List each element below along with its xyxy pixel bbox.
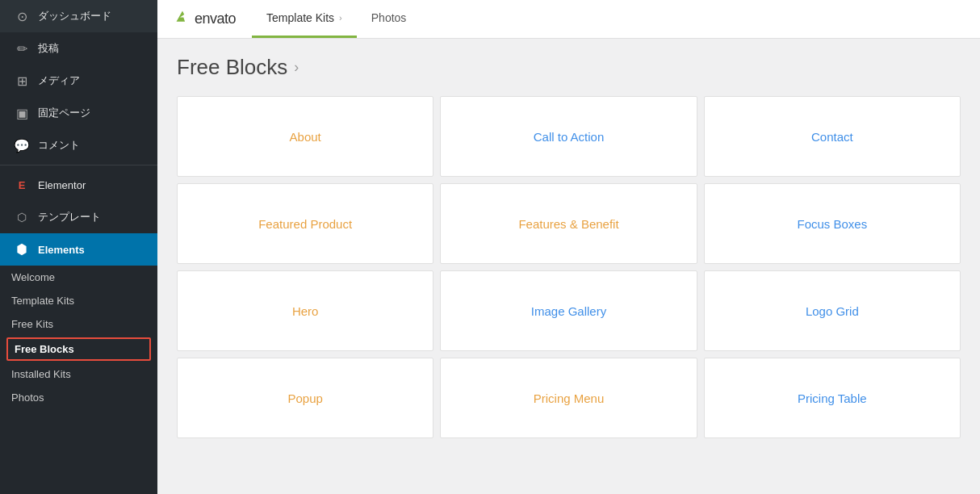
main-content: envato Template Kits › Photos Free Block… [157,0,980,494]
block-label-pricing-table: Pricing Table [798,391,867,405]
block-card-popup[interactable]: Popup [177,358,433,438]
block-card-features-benefit[interactable]: Features & Benefit [440,183,697,264]
envato-logo: envato [157,0,252,38]
page-title-arrow: › [294,59,299,76]
block-label-popup: Popup [287,391,322,405]
sidebar-item-elementor[interactable]: E Elementor [0,169,157,201]
tab-template-kits-label: Template Kits [266,11,334,24]
elementor-icon: E [14,177,30,193]
block-label-featured-product: Featured Product [258,217,352,231]
sidebar-item-media-label: メディア [38,73,80,88]
sidebar-sub-section: Welcome Template Kits Free Kits Free Blo… [0,266,157,409]
block-label-contact: Contact [811,130,853,144]
block-card-pricing-table[interactable]: Pricing Table [704,358,961,438]
sidebar-item-template-label: テンプレート [38,210,101,224]
sidebar-item-elementor-label: Elementor [38,179,86,191]
sidebar-item-posts[interactable]: ✏ 投稿 [0,32,157,65]
tab-template-kits[interactable]: Template Kits › [252,0,357,38]
sidebar-sub-template-kits[interactable]: Template Kits [0,289,157,312]
page-header: Free Blocks › [177,55,961,80]
content-area: Free Blocks › About Call to Action Conta… [157,39,980,494]
posts-icon: ✏ [14,40,30,57]
sidebar-item-pages-label: 固定ページ [38,106,90,120]
sidebar-sub-free-blocks[interactable]: Free Blocks [6,337,151,361]
sidebar-divider-1 [0,165,157,165]
block-card-logo-grid[interactable]: Logo Grid [704,270,961,351]
pages-icon: ▣ [14,105,30,121]
tab-template-kits-arrow: › [339,13,342,23]
page-title: Free Blocks [177,55,287,80]
comments-icon: 💬 [14,137,30,153]
sidebar-sub-welcome[interactable]: Welcome [0,266,157,289]
block-label-features-benefit: Features & Benefit [518,217,618,231]
sidebar-item-elements[interactable]: Elements [0,233,157,266]
block-label-logo-grid: Logo Grid [806,304,859,318]
sidebar-item-posts-label: 投稿 [38,41,59,56]
block-card-image-gallery[interactable]: Image Gallery [440,270,697,351]
block-card-hero[interactable]: Hero [177,270,433,351]
sidebar-sub-photos[interactable]: Photos [0,386,157,409]
top-nav: envato Template Kits › Photos [157,0,980,39]
block-label-about: About [290,130,321,144]
sidebar: ⊙ ダッシュボード ✏ 投稿 ⊞ メディア ▣ 固定ページ 💬 コメント E E… [0,0,157,494]
block-card-featured-product[interactable]: Featured Product [177,183,433,264]
block-label-pricing-menu: Pricing Menu [534,391,605,405]
sidebar-sub-installed-kits[interactable]: Installed Kits [0,362,157,386]
sidebar-item-dashboard[interactable]: ⊙ ダッシュボード [0,0,157,32]
sidebar-item-elements-label: Elements [38,244,85,256]
elements-icon [14,241,30,257]
media-icon: ⊞ [14,73,30,89]
sidebar-item-pages[interactable]: ▣ 固定ページ [0,97,157,129]
block-card-focus-boxes[interactable]: Focus Boxes [704,183,961,264]
block-label-image-gallery: Image Gallery [531,304,606,318]
sidebar-item-media[interactable]: ⊞ メディア [0,65,157,97]
block-label-focus-boxes: Focus Boxes [797,217,867,231]
sidebar-item-dashboard-label: ダッシュボード [38,9,111,23]
block-card-pricing-menu[interactable]: Pricing Menu [440,358,697,438]
block-card-contact[interactable]: Contact [704,96,961,177]
block-label-call-to-action: Call to Action [534,130,605,144]
sidebar-item-template[interactable]: ⬡ テンプレート [0,201,157,233]
sidebar-sub-free-kits[interactable]: Free Kits [0,312,157,336]
envato-logo-text: envato [195,10,236,27]
dashboard-icon: ⊙ [14,8,30,24]
envato-logo-icon [174,8,191,31]
template-icon: ⬡ [14,209,30,225]
blocks-grid: About Call to Action Contact Featured Pr… [177,96,961,438]
tab-photos[interactable]: Photos [357,0,421,38]
block-card-call-to-action[interactable]: Call to Action [440,96,697,177]
sidebar-item-comments-label: コメント [38,138,80,153]
block-card-about[interactable]: About [177,96,433,177]
block-label-hero: Hero [292,304,319,318]
tab-photos-label: Photos [371,11,407,24]
sidebar-item-comments[interactable]: 💬 コメント [0,129,157,161]
